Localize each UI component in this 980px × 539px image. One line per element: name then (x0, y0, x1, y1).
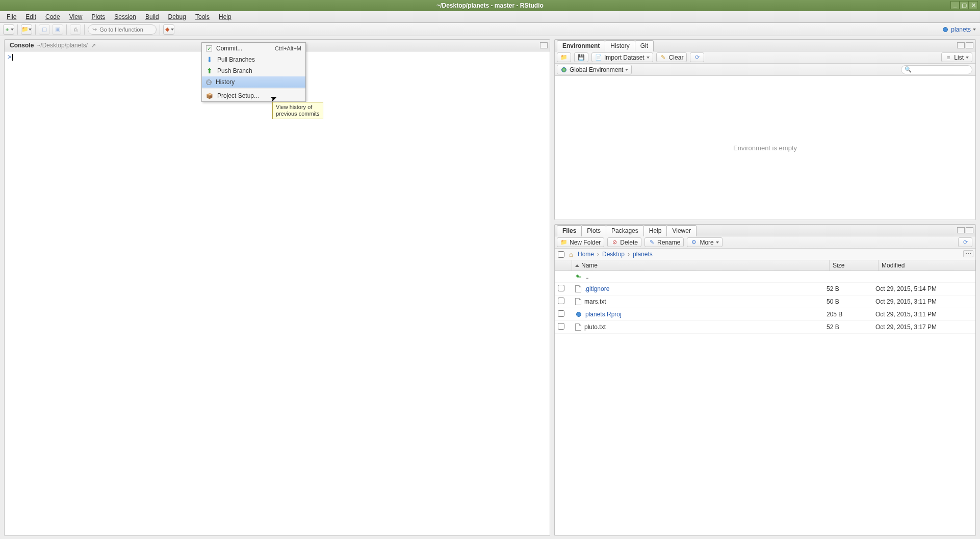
project-selector[interactable]: planets (942, 26, 976, 33)
env-scope-bar: Global Environment 🔍 (555, 64, 975, 76)
files-maximize-button[interactable] (966, 227, 973, 233)
popout-icon[interactable]: ↗ (90, 42, 97, 49)
search-icon: 🔍 (905, 66, 912, 73)
file-checkbox[interactable] (558, 298, 564, 304)
menu-debug[interactable]: Debug (164, 12, 191, 22)
global-env-selector[interactable]: Global Environment (557, 65, 632, 74)
new-folder-button[interactable]: 📁New Folder (557, 237, 604, 247)
env-search[interactable]: 🔍 (901, 65, 972, 74)
tooltip: View history of previous commits (272, 102, 323, 119)
git-dropdown-menu: ✓Commit...Ctrl+Alt+M⬇Pull Branches⬆Push … (201, 42, 306, 102)
tab-packages[interactable]: Packages (606, 225, 644, 236)
crumb-planets[interactable]: planets (633, 251, 653, 258)
file-name[interactable]: planets.Rproj (585, 311, 622, 318)
goto-file-input[interactable]: ↪ (88, 24, 157, 35)
menu-code[interactable]: Code (41, 12, 65, 22)
file-list: ⬑...gitignore52 BOct 29, 2015, 5:14 PMma… (555, 271, 975, 334)
import-dataset-button[interactable]: 📄Import Dataset (591, 52, 653, 62)
menu-edit[interactable]: Edit (21, 12, 41, 22)
git-menu-item[interactable]: ◷History (202, 76, 305, 88)
open-env-button[interactable]: 📁 (557, 52, 571, 62)
menu-plots[interactable]: Plots (87, 12, 110, 22)
console-prompt: > (8, 53, 11, 61)
tab-environment[interactable]: Environment (557, 40, 605, 51)
file-row[interactable]: ⬑.. (555, 271, 975, 283)
history-icon: ◷ (206, 79, 212, 85)
main-toolbar: + 📁 ▢ ▣ ⎙ ↪ ◆ planets (0, 23, 980, 36)
file-icon (575, 298, 581, 305)
box-icon: 📦 (206, 92, 213, 99)
git-menu-item[interactable]: 📦Project Setup... (202, 90, 305, 101)
git-menu-item[interactable]: ✓Commit...Ctrl+Alt+M (202, 43, 305, 54)
new-file-button[interactable]: + (3, 24, 14, 35)
menu-tools[interactable]: Tools (191, 12, 214, 22)
file-icon (575, 285, 581, 292)
delete-button[interactable]: ⊘Delete (607, 237, 641, 247)
crumb-home[interactable]: Home (578, 251, 594, 258)
more-button[interactable]: ⚙More (687, 237, 722, 247)
goto-file-text[interactable] (99, 26, 153, 33)
clear-env-button[interactable]: ✎Clear (656, 52, 687, 62)
save-all-button[interactable]: ▣ (52, 24, 63, 35)
pull-icon: ⬇ (206, 56, 213, 63)
file-name[interactable]: pluto.txt (584, 324, 606, 331)
git-menu-label: Commit... (216, 45, 242, 52)
save-button[interactable]: ▢ (39, 24, 50, 35)
tab-plots[interactable]: Plots (581, 225, 606, 236)
minimize-pane-button[interactable] (540, 42, 548, 48)
files-minimize-button[interactable] (957, 227, 965, 233)
menu-file[interactable]: File (2, 12, 21, 22)
home-icon[interactable]: ⌂ (568, 251, 575, 258)
menu-help[interactable]: Help (214, 12, 236, 22)
tab-git[interactable]: Git (635, 40, 654, 51)
git-menu-item[interactable]: ⬆Push Branch (202, 65, 305, 76)
maximize-button[interactable]: ▢ (960, 1, 969, 9)
col-modified[interactable]: Modified (879, 260, 975, 271)
env-minimize-button[interactable] (957, 42, 965, 48)
file-row[interactable]: .gitignore52 BOct 29, 2015, 5:14 PM (555, 283, 975, 295)
disks-icon: ▣ (54, 26, 61, 33)
tab-viewer[interactable]: Viewer (666, 225, 696, 236)
refresh-files-button[interactable]: ⟳ (958, 237, 972, 247)
breadcrumb-overflow[interactable]: ⋯ (963, 250, 973, 257)
menu-session[interactable]: Session (110, 12, 141, 22)
menu-view[interactable]: View (65, 12, 87, 22)
open-file-button[interactable]: 📁 (21, 24, 32, 35)
file-name[interactable]: .gitignore (584, 285, 609, 292)
list-view-button[interactable]: ≡List (941, 52, 972, 62)
file-name: .. (585, 273, 589, 280)
crumb-desktop[interactable]: Desktop (602, 251, 625, 258)
tab-files[interactable]: Files (557, 225, 582, 236)
window-title: ~/Desktop/planets - master - RStudio (436, 2, 544, 9)
rename-button[interactable]: ✎Rename (644, 237, 684, 247)
file-row[interactable]: mars.txt50 BOct 29, 2015, 3:11 PM (555, 295, 975, 308)
minimize-button[interactable]: _ (950, 1, 960, 9)
tab-history[interactable]: History (605, 40, 635, 51)
tab-help[interactable]: Help (643, 225, 667, 236)
col-size[interactable]: Size (830, 260, 879, 271)
select-all-checkbox[interactable] (558, 251, 564, 258)
folder-icon: 📁 (560, 54, 568, 61)
files-breadcrumb: ⌂ Home › Desktop › planets ⋯ (555, 249, 975, 260)
menu-build[interactable]: Build (141, 12, 164, 22)
env-empty-message: Environment is empty (555, 76, 975, 220)
print-button[interactable]: ⎙ (70, 24, 81, 35)
save-env-button[interactable]: 💾 (574, 52, 588, 62)
file-checkbox[interactable] (558, 310, 564, 317)
git-icon: ◆ (164, 26, 171, 33)
git-dropdown-button[interactable]: ◆ (163, 24, 174, 35)
file-checkbox[interactable] (558, 323, 564, 330)
close-button[interactable]: ✕ (969, 1, 978, 9)
broom-icon: ✎ (660, 54, 667, 61)
col-name[interactable]: Name (572, 260, 830, 271)
file-row[interactable]: planets.Rproj205 BOct 29, 2015, 3:11 PM (555, 308, 975, 321)
file-checkbox[interactable] (558, 285, 564, 291)
git-menu-item[interactable]: ⬇Pull Branches (202, 54, 305, 65)
file-row[interactable]: pluto.txt52 BOct 29, 2015, 3:17 PM (555, 321, 975, 334)
env-maximize-button[interactable] (966, 42, 973, 48)
git-menu-label: Project Setup... (217, 92, 259, 99)
env-tabs: Environment History Git (555, 40, 975, 51)
refresh-env-button[interactable]: ⟳ (690, 52, 704, 62)
folder-icon: 📁 (21, 26, 29, 33)
file-name[interactable]: mars.txt (584, 298, 606, 305)
